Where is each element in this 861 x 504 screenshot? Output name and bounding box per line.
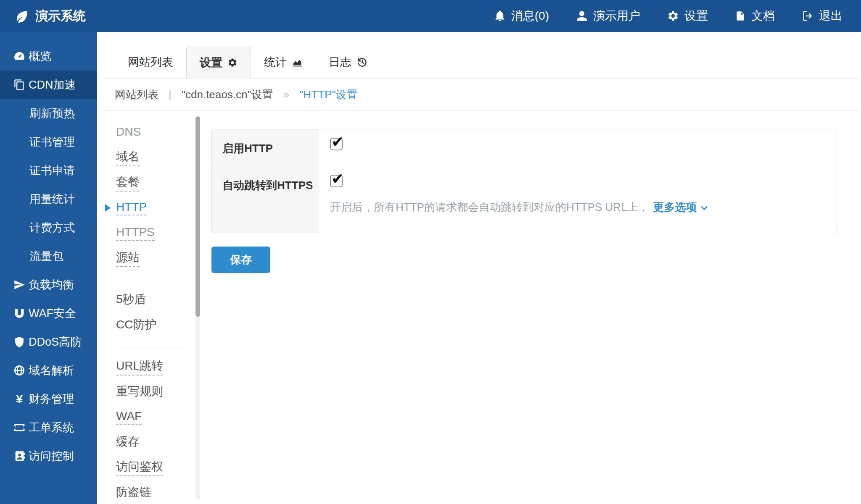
sidebar-item-billing[interactable]: 计费方式 — [0, 213, 97, 242]
tab-settings[interactable]: 设置 — [186, 46, 251, 79]
tab-statistics[interactable]: 统计 — [251, 46, 316, 79]
breadcrumb-separator: » — [283, 88, 289, 101]
globe-icon — [11, 365, 28, 376]
submenu-item-waf[interactable]: WAF — [116, 404, 188, 430]
breadcrumb-http-settings[interactable]: "HTTP"设置 — [299, 87, 357, 102]
sidebar-item-access-control[interactable]: 访问控制 — [0, 442, 97, 470]
logout-button[interactable]: 退出 — [802, 8, 843, 24]
field-label: 启用HTTP — [212, 129, 319, 166]
submenu-item-5s-shield[interactable]: 5秒盾 — [116, 287, 188, 312]
yen-icon: ¥ — [11, 393, 28, 405]
breadcrumb-website-list[interactable]: 网站列表 — [115, 87, 158, 102]
submenu-item-plan[interactable]: 套餐 — [116, 170, 188, 195]
sidebar-item-dns-resolve[interactable]: 域名解析 — [0, 356, 97, 385]
sidebar-item-cert-apply[interactable]: 证书申请 — [0, 156, 97, 185]
submenu-item-hotlink-protect[interactable]: 防盗链 — [116, 480, 188, 504]
submenu-item-http[interactable]: HTTP — [116, 195, 188, 220]
topbar: 演示系统 消息(0) 演示用户 设置 文档 — [0, 0, 861, 32]
paper-plane-icon — [11, 279, 28, 291]
brand[interactable]: 演示系统 — [0, 8, 86, 25]
sign-out-icon — [802, 10, 813, 22]
submenu-scrollbar-track — [195, 116, 200, 499]
enable-http-row: 启用HTTP — [212, 129, 837, 166]
submenu-item-dns[interactable]: DNS — [116, 120, 188, 145]
bell-icon — [494, 10, 506, 22]
caret-right-icon — [105, 204, 111, 212]
breadcrumb: 网站列表 | "cdn.teaos.cn"设置 » "HTTP"设置 — [104, 79, 861, 110]
settings-button[interactable]: 设置 — [667, 8, 708, 24]
sidebar-item-label: CDN加速 — [29, 77, 76, 92]
messages-button[interactable]: 消息(0) — [494, 8, 549, 24]
sidebar-item-cdn[interactable]: CDN加速 — [0, 71, 97, 99]
shield-icon — [11, 336, 28, 348]
docs-button[interactable]: 文档 — [735, 8, 775, 24]
submenu-item-domain[interactable]: 域名 — [116, 145, 188, 170]
sidebar-item-overview[interactable]: 概览 — [0, 42, 97, 71]
gear-icon — [667, 10, 679, 22]
tab-logs[interactable]: 日志 — [316, 46, 380, 79]
sidebar-item-cert-manage[interactable]: 证书管理 — [0, 128, 97, 156]
logout-label: 退出 — [819, 8, 843, 24]
submenu-item-url-redirect[interactable]: URL跳转 — [116, 354, 188, 379]
sidebar-item-usage-stats[interactable]: 用量统计 — [0, 185, 97, 213]
ticket-icon — [11, 421, 28, 434]
more-options-link[interactable]: 更多选项 — [653, 200, 708, 215]
history-icon — [357, 57, 367, 68]
submenu-item-access-auth[interactable]: 访问鉴权 — [116, 455, 188, 480]
sidebar-item-tickets[interactable]: 工单系统 — [0, 413, 97, 442]
sidebar-item-ddos[interactable]: DDoS高防 — [0, 328, 97, 356]
sidebar-item-load-balance[interactable]: 负载均衡 — [0, 270, 97, 299]
field-label: 自动跳转到HTTPS — [212, 166, 319, 233]
dashboard-icon — [11, 50, 28, 63]
sidebar-item-refresh-preheat[interactable]: 刷新预热 — [0, 99, 97, 128]
sidebar: 概览 CDN加速 刷新预热 证书管理 证书申请 用量统计 计费方式 流量包 负载… — [0, 32, 97, 504]
submenu-item-rewrite-rules[interactable]: 重写规则 — [116, 379, 188, 404]
docs-label: 文档 — [751, 8, 775, 24]
address-book-icon — [11, 450, 28, 462]
http-settings-form: 启用HTTP 自动跳转到HTTPS 开启后，所有HTTP的请求都会自动跳转到对应… — [211, 129, 837, 273]
settings-panel: 启用HTTP 自动跳转到HTTPS 开启后，所有HTTP的请求都会自动跳转到对应… — [211, 129, 837, 233]
leaf-icon — [15, 9, 29, 23]
chevron-down-icon — [700, 202, 708, 212]
user-icon — [576, 10, 588, 22]
tab-website-list[interactable]: 网站列表 — [115, 46, 186, 79]
submenu-divider — [116, 282, 188, 282]
enable-http-checkbox[interactable] — [330, 138, 343, 150]
magnet-icon — [11, 307, 28, 319]
settings-submenu: DNS 域名 套餐 HTTP HTTPS 源站 5秒盾 CC防护 URL跳转 重… — [116, 120, 188, 504]
main-content: 网站列表 设置 统计 日志 网站列表 | "cdn.teaos.cn"设置 » … — [97, 32, 861, 504]
auto-redirect-checkbox[interactable] — [330, 175, 343, 187]
redirect-description: 开启后，所有HTTP的请求都会自动跳转到对应的HTTPS URL上， 更多选项 — [330, 200, 837, 215]
user-label: 演示用户 — [593, 8, 640, 24]
submenu-scrollbar-thumb[interactable] — [195, 116, 200, 317]
auto-redirect-row: 自动跳转到HTTPS 开启后，所有HTTP的请求都会自动跳转到对应的HTTPS … — [212, 166, 837, 233]
topbar-menu: 消息(0) 演示用户 设置 文档 退出 — [494, 8, 861, 24]
sidebar-item-waf[interactable]: WAF安全 — [0, 299, 97, 328]
breadcrumb-site-settings[interactable]: "cdn.teaos.cn"设置 — [182, 87, 273, 102]
tab-bar: 网站列表 设置 统计 日志 — [104, 46, 861, 79]
save-button[interactable]: 保存 — [211, 247, 270, 273]
clone-icon — [11, 79, 28, 91]
settings-label: 设置 — [684, 8, 708, 24]
messages-label: 消息(0) — [511, 8, 549, 24]
document-icon — [735, 10, 746, 22]
sidebar-item-traffic-pack[interactable]: 流量包 — [0, 242, 97, 270]
sidebar-item-label: 概览 — [29, 49, 51, 64]
submenu-divider — [116, 349, 188, 349]
area-chart-icon — [292, 57, 303, 68]
submenu-item-cache[interactable]: 缓存 — [116, 430, 188, 455]
breadcrumb-separator: | — [169, 88, 172, 101]
brand-label: 演示系统 — [35, 8, 86, 25]
settings-content: DNS 域名 套餐 HTTP HTTPS 源站 5秒盾 CC防护 URL跳转 重… — [97, 110, 861, 504]
submenu-item-origin[interactable]: 源站 — [116, 246, 188, 271]
gear-icon — [227, 58, 238, 68]
submenu-item-https[interactable]: HTTPS — [116, 220, 188, 246]
user-button[interactable]: 演示用户 — [576, 8, 640, 24]
sidebar-item-finance[interactable]: ¥ 财务管理 — [0, 385, 97, 413]
submenu-item-cc-protect[interactable]: CC防护 — [116, 312, 188, 338]
